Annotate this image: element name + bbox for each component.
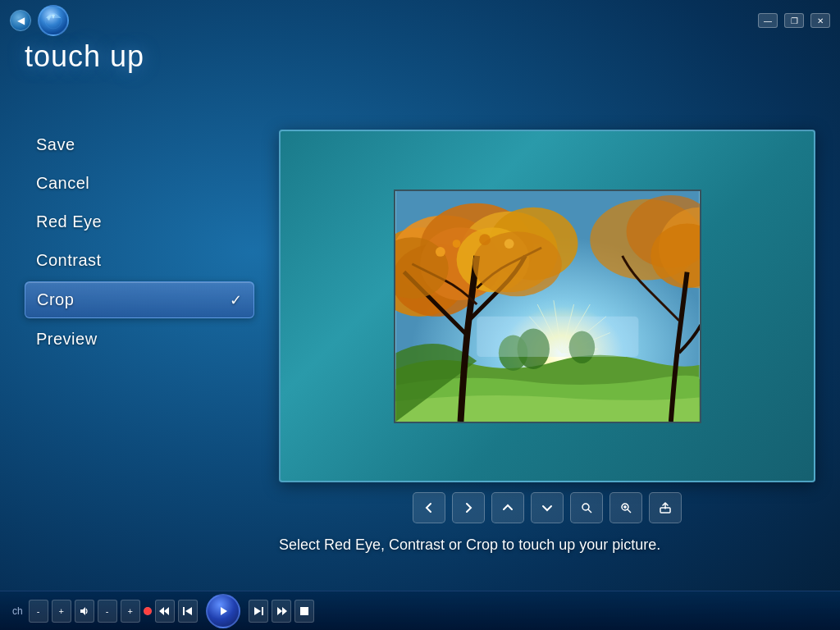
prev-button[interactable] xyxy=(413,492,445,523)
channel-plus-button[interactable]: + xyxy=(52,600,71,623)
svg-rect-45 xyxy=(262,607,263,615)
svg-point-35 xyxy=(479,234,491,245)
svg-line-40 xyxy=(628,509,631,513)
sidebar-item-cancel[interactable]: Cancel xyxy=(25,166,254,201)
fast-forward-button[interactable] xyxy=(272,600,291,623)
search-button[interactable] xyxy=(570,492,603,523)
channel-label: ch xyxy=(10,605,25,617)
sidebar-item-red-eye[interactable]: Red Eye xyxy=(25,204,254,240)
next-track-button[interactable] xyxy=(249,600,268,623)
svg-point-37 xyxy=(582,504,589,510)
status-text: Select Red Eye, Contrast or Crop to touc… xyxy=(279,535,815,555)
next-button[interactable] xyxy=(452,492,485,523)
play-button[interactable] xyxy=(206,594,240,628)
zoom-in-button[interactable] xyxy=(609,492,642,523)
volume-plus-button[interactable]: + xyxy=(121,600,140,623)
restore-button[interactable]: ❐ xyxy=(784,13,804,28)
photo-frame xyxy=(394,189,701,423)
stop-button[interactable] xyxy=(294,600,314,623)
sidebar-item-save[interactable]: Save xyxy=(25,127,254,162)
back-button[interactable]: ◀ xyxy=(10,10,31,31)
page-title: touch up xyxy=(25,39,144,74)
crop-checkmark: ✓ xyxy=(230,291,243,309)
svg-line-38 xyxy=(588,509,591,513)
titlebar: ◀ — ❐ ✕ xyxy=(0,0,840,41)
svg-rect-44 xyxy=(183,607,185,615)
media-bar: ch - + - + xyxy=(0,591,840,630)
close-button[interactable]: ✕ xyxy=(810,13,830,28)
sidebar-item-crop[interactable]: Crop ✓ xyxy=(25,281,254,318)
image-toolbar xyxy=(279,492,815,523)
svg-rect-32 xyxy=(477,316,638,356)
record-indicator xyxy=(144,607,152,615)
channel-minus-button[interactable]: - xyxy=(29,600,48,623)
windows-orb[interactable] xyxy=(38,5,69,36)
svg-point-36 xyxy=(504,239,514,249)
sidebar-item-contrast[interactable]: Contrast xyxy=(25,243,254,278)
sidebar: Save Cancel Red Eye Contrast Crop ✓ Prev… xyxy=(25,127,254,357)
svg-point-33 xyxy=(435,247,445,257)
sidebar-item-preview[interactable]: Preview xyxy=(25,322,254,357)
titlebar-left: ◀ xyxy=(10,5,69,36)
export-button[interactable] xyxy=(649,492,682,523)
volume-icon xyxy=(75,600,94,623)
image-panel xyxy=(279,130,815,482)
rewind-button[interactable] xyxy=(155,600,175,623)
svg-rect-46 xyxy=(300,607,308,615)
down-button[interactable] xyxy=(531,492,564,523)
minimize-button[interactable]: — xyxy=(758,13,778,28)
up-button[interactable] xyxy=(491,492,524,523)
volume-minus-button[interactable]: - xyxy=(98,600,117,623)
svg-point-34 xyxy=(452,240,460,248)
prev-track-button[interactable] xyxy=(178,600,198,623)
titlebar-controls: — ❐ ✕ xyxy=(758,13,830,28)
